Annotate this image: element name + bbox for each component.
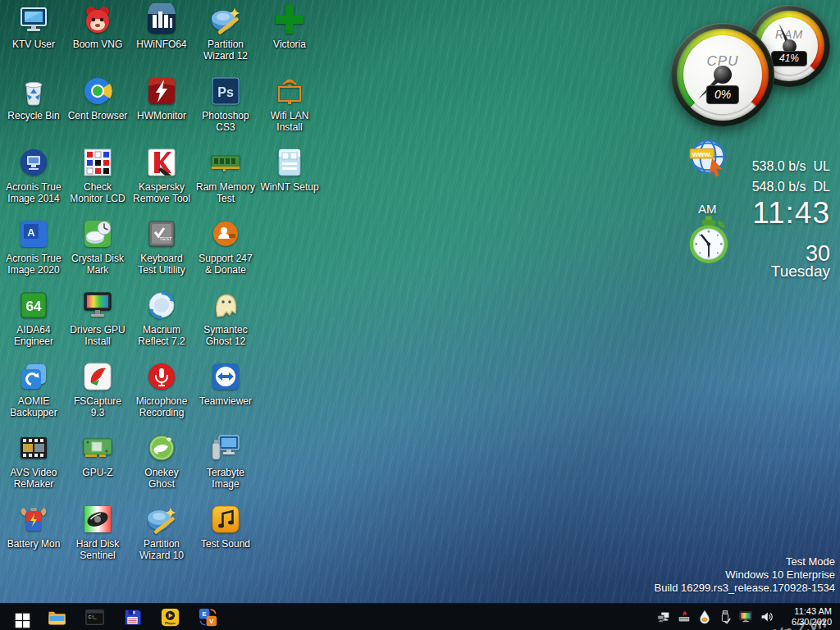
cpu-gauge[interactable]: CPU 0% [671, 23, 774, 126]
clock-meridiem: AM [698, 202, 717, 216]
cpu-gauge-dial: CPU 0% [677, 29, 769, 121]
taskbar-time: 11:43 AM [776, 606, 832, 617]
winnt-setup-icon [273, 146, 306, 179]
svg-text:www.: www. [692, 150, 712, 158]
download-speed-value: 548.0 b/s [752, 180, 806, 194]
desktop-background[interactable]: KTV UserRecycle BinAcronis True Image 20… [0, 0, 840, 603]
clock-time: 11:43 [752, 197, 830, 230]
tray-volume[interactable] [756, 604, 776, 630]
desktop-icon-ktv-user[interactable]: KTV User [2, 3, 66, 75]
desktop-icon-kaspersky-remove-tool[interactable]: Kaspersky Remove Tool [130, 146, 194, 217]
desktop-icon-label: Microphone Recording [130, 395, 193, 418]
evkey-icon: EV [198, 607, 218, 628]
desktop-icon-hard-disk-sentinel[interactable]: Hard Disk Sentinel [66, 503, 130, 574]
desktop-icon-label: Symantec Ghost 12 [194, 324, 257, 347]
desktop-icon-cent-browser[interactable]: Cent Browser [66, 75, 130, 146]
desktop-icon-label: Test Sound [201, 538, 250, 550]
desktop-icon-recycle-bin[interactable]: Recycle Bin [2, 75, 66, 146]
desktop-icon-label: Photoshop CS3 [194, 110, 257, 133]
desktop-icon-partition-wizard-10[interactable]: Partition Wizard 10 [130, 503, 194, 574]
tray-display-utility[interactable] [735, 604, 756, 630]
taskbar-clock[interactable]: 11:43 AM 6/30/2020 [776, 606, 840, 628]
fscapture-icon [81, 360, 114, 393]
taskbar-button-floppy-setup[interactable] [113, 604, 151, 630]
desktop-icon-terabyte-image[interactable]: Terabyte Image [194, 431, 258, 503]
desktop-icon-wifi-lan-install[interactable]: Wifi LAN Install [258, 75, 322, 146]
check-monitor-lcd-icon [81, 146, 114, 179]
desktop-icon-fscapture-9-3[interactable]: FSCapture 9.3 [66, 360, 130, 431]
desktop-icon-aomie-backupper[interactable]: AOMIE Backupper [2, 360, 66, 431]
desktop-icon-label: Acronis True Image 2014 [2, 181, 65, 204]
symantec-ghost-icon [209, 289, 242, 322]
desktop-icon-hwinfo64[interactable]: HWiNFO64 [130, 3, 194, 75]
keyboard-test-icon: TEST [145, 217, 178, 250]
desktop-icon-label: Battery Mon [7, 538, 61, 550]
support-247-icon [209, 217, 242, 250]
partition-wizard-icon [145, 503, 178, 536]
desktop-icon-label: Onekey Ghost [130, 467, 193, 490]
desktop-icon-ram-memory-test[interactable]: Ram Memory Test [194, 146, 258, 217]
taskbar: C:\_PlayerEV 11:43 AM 6/30/2020 [0, 603, 840, 630]
desktop-icon-aida64-engineer[interactable]: 64AIDA64 Engineer [2, 289, 66, 360]
desktop-icon-hwmonitor[interactable]: HWMonitor [130, 75, 194, 146]
command-prompt-icon: C:\_ [84, 607, 105, 628]
desktop-icon-test-sound[interactable]: Test Sound [194, 503, 258, 574]
desktop-icon-label: WinNT Setup [260, 181, 318, 193]
desktop-icon-boom-vng[interactable]: Boom VNG [66, 3, 130, 75]
avs-video-remaker-icon [17, 431, 50, 464]
desktop-icon-crystal-disk-mark[interactable]: Crystal Disk Mark [66, 217, 130, 289]
taskbar-empty-area[interactable] [226, 604, 653, 630]
desktop-icon-teamviewer[interactable]: Teamviewer [194, 360, 258, 431]
desktop-icon-drivers-gpu-install[interactable]: Drivers GPU Install [66, 289, 130, 360]
victoria-icon [273, 3, 306, 36]
taskbar-button-evkey[interactable]: EV [189, 604, 226, 630]
desktop-icon-victoria[interactable]: Victoria [258, 3, 322, 75]
tray-keyboard-utility[interactable] [673, 604, 694, 630]
tray-droplet-utility[interactable] [694, 604, 714, 630]
upload-speed-value: 538.0 b/s [752, 159, 806, 173]
desktop-icon-label: Partition Wizard 10 [130, 538, 193, 561]
taskbar-button-command-prompt[interactable]: C:\_ [75, 604, 113, 630]
clock-weekday: Tuesday [771, 263, 830, 280]
test-sound-icon [209, 503, 242, 536]
download-speed-line: 548.0 b/sDL [752, 176, 830, 197]
desktop-icon-support-247-donate[interactable]: Support 247 & Donate [194, 217, 258, 289]
cpu-gauge-face: CPU 0% [683, 35, 762, 114]
desktop-icon-check-monitor-lcd[interactable]: Check Monitor LCD [66, 146, 130, 217]
desktop-icon-battery-mon[interactable]: Battery Mon [2, 503, 66, 574]
desktop-icon-label: Terabyte Image [194, 467, 257, 490]
test-mode-watermark: Test Mode Windows 10 Enterprise Build 16… [655, 555, 835, 595]
desktop-icon-avs-video-remaker[interactable]: AVS Video ReMaker [2, 431, 66, 503]
desktop-icon-macrium-reflect-7-2[interactable]: Macrium Reflect 7.2 [130, 289, 194, 360]
desktop-icon-keyboard-test-ultility[interactable]: TESTKeyboard Test Ultility [130, 217, 194, 289]
hard-disk-sentinel-icon [81, 503, 114, 536]
desktop-icon-label: Kaspersky Remove Tool [130, 181, 193, 204]
desktop-icon-winnt-setup[interactable]: WinNT Setup [258, 146, 322, 217]
taskbar-button-media-player[interactable]: Player [151, 604, 189, 630]
ram-usage-value: 41% [771, 51, 807, 66]
stopwatch-icon [687, 215, 731, 266]
desktop-icon-symantec-ghost-12[interactable]: Symantec Ghost 12 [194, 289, 258, 360]
tray-network-status[interactable] [653, 604, 673, 630]
crystal-disk-mark-icon [81, 217, 114, 250]
desktop-icon-onekey-ghost[interactable]: Onekey Ghost [130, 431, 194, 503]
desktop-icon-acronis-true-image-2020[interactable]: AAcronis True Image 2020 [2, 217, 66, 289]
network-speed-lines: 538.0 b/sUL 548.0 b/sDL [752, 156, 830, 197]
desktop-icon-partition-wizard-12[interactable]: Partition Wizard 12 [194, 3, 258, 75]
start-button[interactable] [0, 604, 38, 630]
hwinfo64-icon [145, 3, 178, 36]
tray-usb-icon [718, 609, 733, 624]
taskbar-button-file-explorer[interactable] [38, 604, 75, 630]
desktop-icon-microphone-recording[interactable]: Microphone Recording [130, 360, 194, 431]
desktop-icon-gpu-z[interactable]: GPU-Z [66, 431, 130, 503]
desktop-icon-acronis-true-image-2014[interactable]: Acronis True Image 2014 [2, 146, 66, 217]
svg-text:TEST: TEST [159, 236, 172, 241]
desktop-icon-label: Acronis True Image 2020 [2, 253, 65, 276]
tray-safely-remove-hardware[interactable] [714, 604, 735, 630]
upload-speed-line: 538.0 b/sUL [752, 156, 830, 176]
desktop-icon-label: Teamviewer [199, 395, 252, 407]
macrium-reflect-icon [145, 289, 178, 322]
desktop-icon-photoshop-cs3[interactable]: PsPhotoshop CS3 [194, 75, 258, 146]
onekey-ghost-icon [145, 431, 178, 464]
tray-speaker-icon [759, 609, 774, 624]
